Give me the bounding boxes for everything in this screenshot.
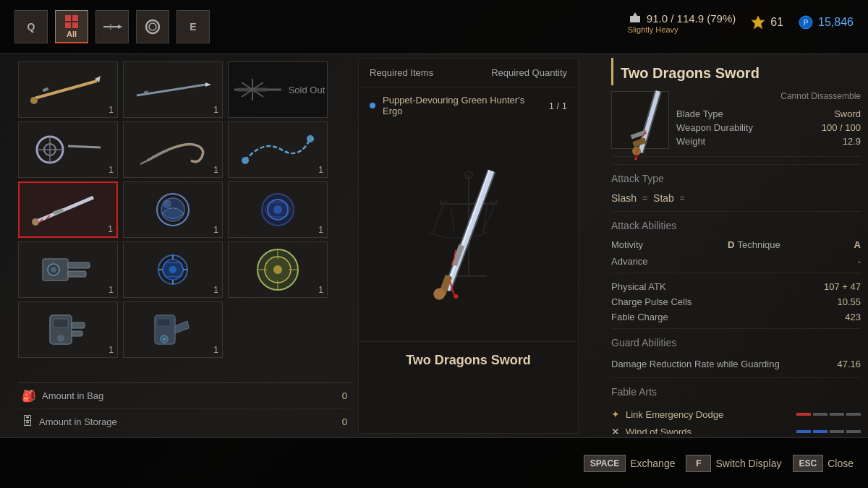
inventory-bottom: 🎒 Amount in Bag 0 🗄 Amount in Storage 0 xyxy=(18,382,351,434)
inv-count-12: 1 xyxy=(318,285,323,295)
fable-art-1-bar xyxy=(796,413,861,416)
inv-cell-14[interactable]: 1 xyxy=(123,301,223,358)
weight-row: Weight 12.9 xyxy=(676,134,861,148)
inv-cell-10[interactable]: 1 xyxy=(18,241,118,298)
storage-amount-row: 🗄 Amount in Storage 0 xyxy=(18,408,351,434)
item-arm2-icon xyxy=(144,308,202,351)
item-preview-area xyxy=(359,124,578,341)
tab-e[interactable]: E xyxy=(176,10,210,43)
inv-cell-13[interactable]: 1 xyxy=(18,301,118,358)
svg-line-26 xyxy=(140,150,169,164)
ergo-stat: 61 xyxy=(750,14,783,30)
svg-line-29 xyxy=(35,197,93,222)
fable-art-2-bar xyxy=(796,430,861,433)
damage-reduction-row: Damage Reduction Rate while Guarding 47.… xyxy=(611,356,861,372)
req-dot xyxy=(370,103,375,108)
currency-stat: P 15,846 xyxy=(798,14,854,30)
item-sickle-icon xyxy=(133,132,213,168)
req-count: 1 / 1 xyxy=(549,100,567,111)
tab-all[interactable]: All xyxy=(55,10,88,43)
inv-cell-11[interactable]: 1 xyxy=(123,241,223,298)
inv-cell-6[interactable]: 1 xyxy=(228,121,328,178)
item-lance-icon xyxy=(133,74,213,106)
svg-point-92 xyxy=(634,158,637,160)
inventory-panel: 1 1 Sold Out xyxy=(14,58,354,434)
inv-cell-4[interactable]: 1 xyxy=(18,121,118,178)
svg-rect-42 xyxy=(68,262,90,268)
bag-amount-row: 🎒 Amount in Bag 0 xyxy=(18,382,351,408)
req-qty-label: Required Quantity xyxy=(491,67,567,78)
svg-marker-1 xyxy=(118,25,122,29)
damage-reduction-label: Damage Reduction Rate while Guarding xyxy=(611,359,780,369)
svg-rect-43 xyxy=(68,271,86,277)
switch-display-label: Switch Display xyxy=(715,458,781,469)
svg-line-78 xyxy=(405,171,532,290)
equals-2: = xyxy=(680,193,685,203)
advance-row: Advance - xyxy=(611,256,861,267)
stats-panel: Two Dragons Sword Cannot Disassemble Bla… xyxy=(611,58,861,434)
inv-cell-1[interactable]: 1 xyxy=(18,61,118,118)
weapon-meta: Cannot Disassemble Blade Type Sword Weap… xyxy=(676,91,861,149)
fable-art-2-name: Wind of Swords xyxy=(626,427,791,435)
exchange-action[interactable]: SPACE Exchange xyxy=(584,455,676,472)
tab-q[interactable]: Q xyxy=(14,10,48,43)
tab-all-label: All xyxy=(67,30,77,38)
storage-icon: 🗄 xyxy=(22,415,33,428)
tab-ring[interactable] xyxy=(136,10,169,43)
physical-atk-row: Physical ATK 107 + 47 xyxy=(611,279,861,294)
storage-amount-label: Amount in Storage xyxy=(39,416,117,427)
bar-seg-2-3 xyxy=(830,430,844,433)
bottom-action-bar: SPACE Exchange F Switch Display ESC Clos… xyxy=(0,437,868,488)
fable-art-2: ✕ Wind of Swords xyxy=(611,423,861,434)
svg-point-32 xyxy=(32,218,39,226)
technique-row: Technique A xyxy=(738,239,861,250)
tab-sword[interactable] xyxy=(95,10,129,43)
svg-point-40 xyxy=(273,205,282,214)
weight-meta-value: 12.9 xyxy=(843,136,861,147)
switch-display-action[interactable]: F Switch Display xyxy=(686,455,781,472)
inv-cell-5[interactable]: 1 xyxy=(123,121,223,178)
bar-seg-2-2 xyxy=(813,430,827,433)
physical-atk-value: 107 + 47 xyxy=(824,281,861,292)
inv-count-9: 1 xyxy=(318,225,323,235)
bag-icon: 🎒 xyxy=(22,389,36,403)
svg-line-79 xyxy=(405,170,530,288)
motivity-grade: D xyxy=(728,239,734,250)
motivity-row: Motivity D xyxy=(611,239,735,250)
inv-cell-8[interactable]: 1 xyxy=(123,181,223,238)
currency-icon: P xyxy=(798,14,814,30)
inv-count-10: 1 xyxy=(109,285,114,295)
inv-count-11: 1 xyxy=(213,285,218,295)
item-mech1-icon xyxy=(35,248,101,291)
inv-cell-9[interactable]: 1 xyxy=(228,181,328,238)
inv-cell-3[interactable]: Sold Out xyxy=(228,61,328,118)
svg-point-27 xyxy=(242,157,249,164)
fable-charge-label: Fable Charge xyxy=(611,312,668,322)
inv-cell-7[interactable]: 1 xyxy=(18,181,118,238)
inv-cell-2[interactable]: 1 xyxy=(123,61,223,118)
fable-arts-section: Fable Arts ✦ Link Emergency Dodge ✕ Wind… xyxy=(611,377,861,434)
esc-key-badge: ESC xyxy=(793,455,824,472)
damage-reduction-value: 47.16 xyxy=(837,359,861,369)
svg-point-45 xyxy=(51,267,56,273)
tab-icons: Q All xyxy=(14,10,210,43)
tab-q-label: Q xyxy=(27,21,35,33)
inv-count-2: 1 xyxy=(213,105,218,115)
req-items-label: Required Items xyxy=(370,67,433,78)
bag-amount-value: 0 xyxy=(342,390,347,401)
svg-point-28 xyxy=(307,135,314,142)
close-action[interactable]: ESC Close xyxy=(793,455,854,472)
attack-type-title: Attack Type xyxy=(611,171,861,187)
bar-seg-1-2 xyxy=(813,413,827,416)
item-staff-icon xyxy=(28,74,108,106)
close-label: Close xyxy=(827,458,854,469)
inv-cell-12[interactable]: 1 xyxy=(228,241,328,298)
charge-pulse-value: 10.55 xyxy=(837,296,861,307)
requirement-row: Puppet-Devouring Green Hunter's Ergo 1 /… xyxy=(359,87,578,124)
item-wheel-icon xyxy=(28,132,108,168)
storage-amount-value: 0 xyxy=(342,416,347,427)
top-stats: 91.0 / 114.9 (79%) Slightly Heavy 61 P 1… xyxy=(628,11,854,34)
bar-seg-1-4 xyxy=(846,413,861,416)
blade-type-label: Blade Type xyxy=(676,108,723,119)
weapon-durability-row: Weapon Durability 100 / 100 xyxy=(676,121,861,134)
